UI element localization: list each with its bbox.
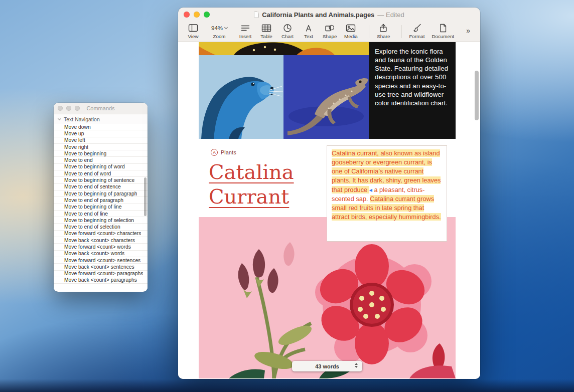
document-page: Explore the iconic flora and fauna of th… [199, 42, 456, 378]
media-button[interactable]: Media [344, 24, 358, 39]
pages-titlebar[interactable]: California Plants and Animals.pages — Ed… [178, 8, 480, 22]
body-text-box[interactable]: Catalina currant, also known as island g… [327, 145, 447, 242]
zoom-value: 94% [211, 24, 227, 33]
table-icon [261, 24, 271, 33]
pages-window: California Plants and Animals.pages — Ed… [178, 8, 480, 379]
intro-text-box[interactable]: Explore the iconic flora and fauna of th… [369, 42, 456, 139]
close-button[interactable] [58, 106, 63, 111]
chart-button[interactable]: Chart [280, 24, 295, 39]
step-down-icon [355, 366, 358, 368]
close-button[interactable] [184, 12, 190, 18]
command-list-item[interactable]: Move back <count> characters [54, 237, 148, 244]
category-tag[interactable]: A Plants [211, 149, 236, 156]
command-list-item[interactable]: Move to beginning of word [54, 164, 148, 170]
command-list-item[interactable]: Move to beginning of sentence [54, 177, 148, 183]
command-list-item[interactable]: Move down [54, 124, 148, 130]
command-list-item[interactable]: Move to beginning of paragraph [54, 190, 148, 197]
command-list-item[interactable]: Move back <count> words [54, 251, 148, 257]
text-icon [304, 24, 314, 33]
command-list-item[interactable]: Move to end of selection [54, 224, 148, 230]
word-count-pill[interactable]: 43 words [292, 361, 362, 371]
title-section: A Plants Catalina Currant Catalina curra… [199, 139, 456, 217]
command-list-item[interactable]: Move to end of paragraph [54, 197, 148, 204]
format-button[interactable]: Format [409, 24, 424, 39]
command-label: Move to end of selection [64, 224, 120, 230]
command-label: Move to end [64, 157, 93, 163]
lizard-illustration[interactable] [283, 55, 369, 139]
shape-icon [325, 24, 335, 33]
table-button[interactable]: Table [259, 24, 273, 39]
document-scrollbar[interactable] [475, 71, 479, 120]
command-list-item[interactable]: Move to end [54, 157, 148, 163]
fullscreen-button[interactable] [204, 12, 210, 18]
format-brush-icon [412, 24, 422, 33]
minimize-button[interactable] [194, 12, 200, 18]
command-list-item[interactable]: Move up [54, 130, 148, 137]
command-list-item[interactable]: Move right [54, 144, 148, 150]
insert-button[interactable]: Insert [238, 24, 252, 39]
seal-illustration[interactable] [199, 55, 283, 139]
section-header-text-navigation[interactable]: Text Navigation [54, 114, 148, 124]
command-label: Move forward <count> sentences [64, 258, 140, 263]
article-title-line1: Catalina [209, 160, 294, 184]
command-list-item[interactable]: Move to beginning of line [54, 204, 148, 211]
command-list-item[interactable]: Move back <count> sentences [54, 264, 148, 270]
command-list-item[interactable]: Move to beginning of selection [54, 217, 148, 224]
command-list-item[interactable]: Move left [54, 137, 148, 144]
window-title: California Plants and Animals.pages — Ed… [178, 11, 480, 19]
command-list-item[interactable]: Move forward <count> characters [54, 231, 148, 237]
command-list-item[interactable]: Move to end of word [54, 170, 148, 177]
command-list-item[interactable]: Move back <count> paragraphs [54, 277, 148, 284]
command-label: Move to end of paragraph [64, 198, 123, 203]
word-count-value: 43 words [315, 363, 339, 369]
command-label: Move forward <count> characters [64, 231, 141, 236]
traffic-lights-inactive [58, 106, 80, 111]
command-label: Move back <count> words [64, 251, 124, 256]
toolbar-separator [369, 25, 369, 38]
minimize-button[interactable] [66, 106, 71, 111]
command-list-item[interactable]: Move to end of line [54, 211, 148, 217]
command-label: Move to beginning of sentence [64, 177, 134, 183]
command-list-item[interactable]: Move forward <count> paragraphs [54, 271, 148, 277]
view-button[interactable]: View [186, 24, 200, 39]
command-label: Move forward <count> words [64, 244, 131, 250]
command-list-item[interactable]: Move to end of sentence [54, 184, 148, 190]
document-title-text: California Plants and Animals.pages [262, 11, 374, 19]
word-count-stepper-icon[interactable] [355, 363, 358, 368]
command-label: Move to beginning of paragraph [64, 191, 137, 197]
butterfly-band-illustration[interactable] [199, 42, 369, 55]
document-button[interactable]: Document [432, 24, 454, 39]
command-list-item[interactable]: Move to beginning [54, 150, 148, 157]
article-title[interactable]: Catalina Currant [209, 160, 294, 209]
share-button[interactable]: Share [376, 24, 390, 39]
section-label: Text Navigation [64, 116, 100, 122]
traffic-lights [184, 12, 210, 18]
command-label: Move back <count> sentences [64, 264, 134, 270]
commands-titlebar[interactable]: Commands [54, 103, 148, 114]
image-grid: Explore the iconic flora and fauna of th… [199, 42, 456, 139]
document-icon [438, 24, 448, 33]
command-list-item[interactable]: Move forward <count> words [54, 244, 148, 250]
shape-button[interactable]: Shape [323, 24, 337, 39]
chevron-down-icon [58, 116, 61, 120]
commands-scrollbar[interactable] [144, 177, 147, 216]
category-badge: A [211, 149, 218, 156]
zoom-window-button[interactable] [75, 106, 80, 111]
view-sidebar-icon [188, 24, 198, 33]
intro-text: Explore the iconic flora and fauna of th… [375, 47, 450, 107]
commands-list: Move down Move up Move left Move right M… [54, 124, 148, 291]
text-button[interactable]: Text [302, 24, 316, 39]
command-label: Move forward <count> paragraphs [64, 271, 143, 276]
toolbar-overflow-button[interactable]: » [463, 24, 473, 35]
command-label: Move left [64, 137, 85, 143]
command-label: Move to end of word [64, 171, 111, 176]
step-up-icon [355, 363, 358, 365]
command-label: Move to beginning of selection [64, 218, 134, 223]
edited-status: — Edited [377, 11, 404, 19]
category-label: Plants [221, 149, 236, 155]
chevron-down-icon [224, 26, 228, 29]
insert-icon [240, 24, 250, 33]
command-list-item[interactable]: Move forward <count> sentences [54, 257, 148, 264]
media-icon [346, 24, 356, 33]
zoom-control[interactable]: 94% Zoom [211, 24, 227, 39]
